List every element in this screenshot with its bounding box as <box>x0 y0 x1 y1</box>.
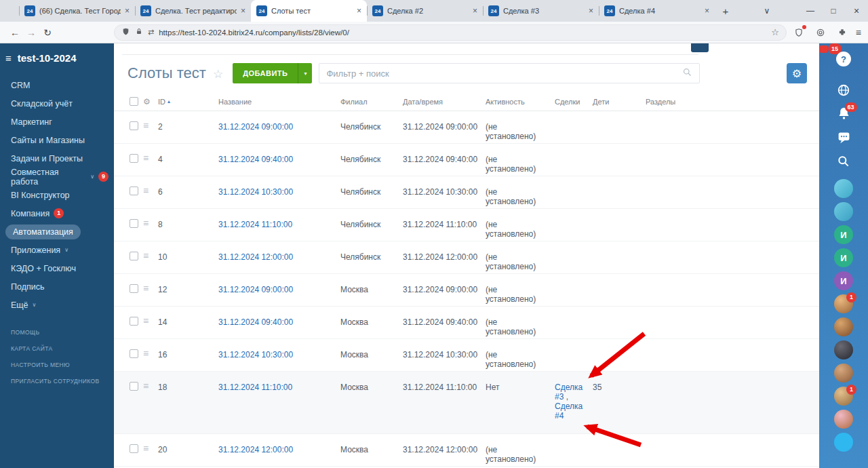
row-menu-icon[interactable]: ≡ <box>143 209 158 241</box>
add-button-label[interactable]: ДОБАВИТЬ <box>233 63 298 83</box>
table-row[interactable]: ≡ 18 31.12.2024 11:10:00 Москва 31.12.20… <box>114 372 819 434</box>
add-dropdown-caret[interactable]: ▾ <box>298 63 312 83</box>
tab-close-icon[interactable]: × <box>241 6 245 16</box>
avatar[interactable] <box>834 317 853 336</box>
row-name-link[interactable]: 31.12.2024 11:10:00 <box>218 383 292 392</box>
table-row[interactable]: ≡ 14 31.12.2024 09:40:00 Москва 31.12.20… <box>114 307 819 339</box>
browser-tab[interactable]: 24 (66) Сделка. Тест Город: Редак × <box>19 0 135 22</box>
row-checkbox[interactable] <box>130 349 138 358</box>
row-menu-icon[interactable]: ≡ <box>143 111 158 143</box>
help-button[interactable]: ? <box>819 52 868 66</box>
forward-button[interactable]: → <box>23 27 39 38</box>
row-checkbox[interactable] <box>130 121 138 130</box>
avatar[interactable]: И <box>834 225 853 244</box>
sidebar-item[interactable]: BI Конструктор <box>0 186 114 204</box>
table-row[interactable]: ≡ 4 31.12.2024 09:40:00 Челябинск 31.12.… <box>114 144 819 176</box>
row-menu-icon[interactable]: ≡ <box>143 144 158 176</box>
avatar[interactable] <box>834 410 853 429</box>
column-activity[interactable]: Активность <box>486 98 555 106</box>
filter-search-input[interactable] <box>326 69 682 79</box>
table-row[interactable]: ≡ 10 31.12.2024 12:00:00 Челябинск 31.12… <box>114 241 819 274</box>
avatar[interactable] <box>834 364 853 383</box>
row-menu-icon[interactable]: ≡ <box>143 274 158 306</box>
sidebar-item[interactable]: Ещё ∨ <box>0 296 114 314</box>
row-menu-icon[interactable]: ≡ <box>143 339 158 371</box>
tracking-shield-icon[interactable] <box>791 24 807 41</box>
bookmark-star-icon[interactable]: ☆ <box>771 27 779 37</box>
table-row[interactable]: ≡ 8 31.12.2024 11:10:00 Челябинск 31.12.… <box>114 209 819 241</box>
browser-menu-icon[interactable]: ≡ <box>856 27 861 38</box>
column-datetime[interactable]: Дата/время <box>403 98 486 106</box>
maximize-button[interactable]: □ <box>823 0 844 22</box>
sidebar-item[interactable]: Автоматизация <box>0 222 114 241</box>
fingerprint-icon[interactable] <box>812 24 829 41</box>
row-name-link[interactable]: 31.12.2024 12:00:00 <box>218 445 293 454</box>
rail-search-button[interactable] <box>819 155 868 168</box>
tab-close-icon[interactable]: × <box>705 6 709 16</box>
sidebar-footer-link[interactable]: ПОМОЩЬ <box>11 329 108 336</box>
add-button[interactable]: ДОБАВИТЬ ▾ <box>233 63 312 83</box>
column-name[interactable]: Название <box>218 98 340 106</box>
sidebar-footer-link[interactable]: КАРТА САЙТА <box>11 345 108 352</box>
row-checkbox[interactable] <box>130 154 138 163</box>
notifications-button[interactable]: 63 <box>819 106 868 123</box>
sidebar-item[interactable]: CRM <box>0 76 114 94</box>
browser-tab[interactable]: 24 Сделка #2 × <box>367 0 483 22</box>
column-branch[interactable]: Филиал <box>340 98 403 106</box>
url-text[interactable]: https://test-10-2024.bitrix24.ru/company… <box>159 28 766 37</box>
tab-close-icon[interactable]: × <box>589 6 593 16</box>
tab-search-icon[interactable]: ∨ <box>757 0 777 22</box>
row-name-link[interactable]: 31.12.2024 11:10:00 <box>218 220 292 229</box>
deal-link[interactable]: Сделка #4 <box>555 402 583 421</box>
row-menu-icon[interactable]: ≡ <box>143 241 158 273</box>
market-button[interactable] <box>819 83 868 98</box>
avatar[interactable] <box>834 340 853 359</box>
minimize-button[interactable]: — <box>800 0 821 22</box>
row-checkbox[interactable] <box>130 444 138 453</box>
column-deals[interactable]: Сделки <box>555 98 593 106</box>
tab-close-icon[interactable]: × <box>473 6 477 16</box>
table-row[interactable]: ≡ 2 31.12.2024 09:00:00 Челябинск 31.12.… <box>114 111 819 144</box>
tab-close-icon[interactable]: × <box>125 6 130 16</box>
column-children[interactable]: Дети <box>593 98 646 106</box>
sidebar-item[interactable]: Складской учёт <box>0 94 114 113</box>
new-tab-button[interactable]: + <box>717 3 734 20</box>
sidebar-item[interactable]: Приложения ∨ <box>0 241 114 259</box>
browser-tab[interactable]: 24 Слоты тест × <box>251 0 367 22</box>
portal-name[interactable]: test-10-2024 <box>18 52 77 64</box>
sidebar-item[interactable]: Задачи и Проекты <box>0 149 114 168</box>
sidebar-item[interactable]: КЭДО + Госключ <box>0 259 114 277</box>
address-bar[interactable]: ⇄ https://test-10-2024.bitrix24.ru/compa… <box>114 24 787 41</box>
avatar[interactable]: 1 <box>834 294 853 313</box>
row-name-link[interactable]: 31.12.2024 09:40:00 <box>218 317 293 327</box>
permissions-icon[interactable]: ⇄ <box>148 28 154 37</box>
avatar[interactable]: И <box>834 271 853 290</box>
sidebar-item[interactable]: Сайты и Магазины <box>0 131 114 149</box>
menu-burger-icon[interactable]: ≡ <box>5 52 12 64</box>
sidebar-footer-link[interactable]: НАСТРОИТЬ МЕНЮ <box>11 362 108 368</box>
favorite-star-icon[interactable]: ☆ <box>213 67 223 81</box>
columns-gear-icon[interactable]: ⚙ <box>143 97 158 106</box>
settings-gear-button[interactable]: ⚙ <box>787 63 807 83</box>
table-row[interactable]: ≡ 20 31.12.2024 12:00:00 Москва 31.12.20… <box>114 434 819 467</box>
row-menu-icon[interactable]: ≡ <box>143 434 158 466</box>
avatar[interactable]: И <box>834 248 853 267</box>
messenger-button[interactable] <box>819 130 868 144</box>
row-name-link[interactable]: 31.12.2024 10:30:00 <box>218 187 293 197</box>
row-checkbox[interactable] <box>130 317 138 326</box>
row-menu-icon[interactable]: ≡ <box>143 372 158 433</box>
row-checkbox[interactable] <box>130 382 138 391</box>
extensions-icon[interactable] <box>834 24 850 41</box>
row-menu-icon[interactable]: ≡ <box>143 307 158 338</box>
reload-button[interactable]: ↻ <box>39 27 56 38</box>
avatar[interactable] <box>834 179 853 198</box>
row-name-link[interactable]: 31.12.2024 12:00:00 <box>218 252 293 262</box>
avatar[interactable] <box>834 202 853 221</box>
browser-tab[interactable]: 24 Сделка #4 × <box>599 0 715 22</box>
row-checkbox[interactable] <box>130 187 138 195</box>
table-row[interactable]: ≡ 6 31.12.2024 10:30:00 Челябинск 31.12.… <box>114 176 819 209</box>
column-sections[interactable]: Разделы <box>646 98 819 106</box>
column-id[interactable]: ID▴ <box>158 98 218 106</box>
browser-tab[interactable]: 24 Сделка #3 × <box>483 0 599 22</box>
avatar[interactable]: 1 <box>834 387 853 406</box>
